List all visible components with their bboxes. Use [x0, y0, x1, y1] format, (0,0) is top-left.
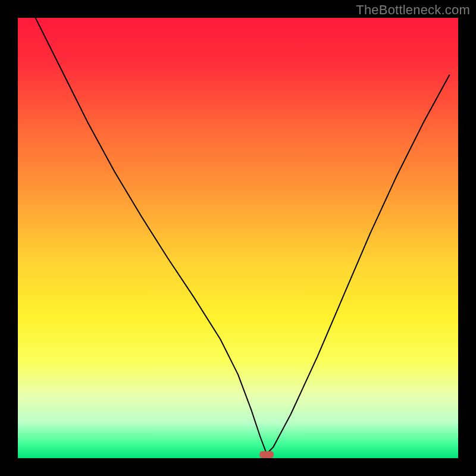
plot-background [18, 18, 458, 458]
watermark-text: TheBottleneck.com [356, 2, 470, 18]
chart-canvas [0, 0, 476, 476]
bottleneck-chart: TheBottleneck.com [0, 0, 476, 476]
sweet-spot-marker [259, 451, 274, 458]
